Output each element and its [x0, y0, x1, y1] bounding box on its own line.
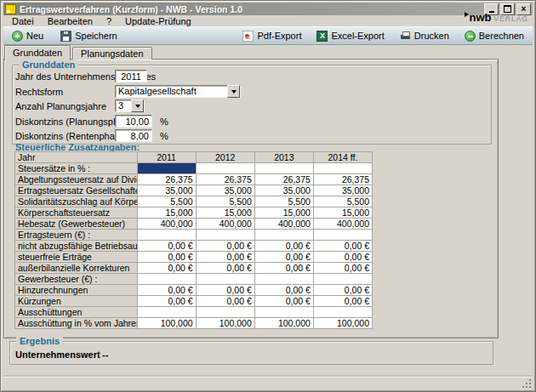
calculate-icon — [465, 31, 476, 42]
table-row-label: Ertragsteuersatz Gesellschafter — [15, 185, 138, 196]
table-cell[interactable] — [196, 307, 254, 318]
logo-triangle-icon — [465, 12, 469, 17]
table-header-cell: 2013 — [254, 152, 313, 163]
save-button[interactable]: Speichern — [57, 30, 121, 43]
table-cell[interactable]: 0,00 € — [254, 241, 313, 252]
table-cell[interactable]: 0,00 € — [254, 296, 313, 307]
table-cell[interactable]: 26,375 — [313, 174, 372, 185]
table-cell[interactable]: 100,000 — [196, 318, 254, 329]
status-bar — [3, 377, 533, 389]
chevron-down-icon[interactable] — [227, 85, 240, 98]
pdf-icon — [242, 31, 254, 42]
table-cell[interactable] — [313, 307, 372, 318]
table-cell[interactable]: 15,000 — [137, 207, 196, 219]
table-cell[interactable]: 35,000 — [313, 185, 372, 196]
table-cell[interactable]: 0,00 € — [254, 263, 313, 274]
table-cell[interactable] — [196, 230, 254, 241]
window-title: Ertragswertverfahren (Kurzform) - NWB - … — [20, 4, 242, 14]
new-button[interactable]: Neu — [9, 30, 47, 43]
new-icon — [12, 31, 23, 42]
table-cell[interactable] — [313, 163, 372, 174]
table-row-label: Solidaritätszuschlag auf Körperschaftste… — [15, 196, 138, 207]
excel-export-label: Excel-Export — [331, 31, 384, 41]
table-cell[interactable]: 0,00 € — [196, 252, 254, 263]
table-cell[interactable]: 0,00 € — [313, 285, 372, 296]
table-header-cell: Jahr — [15, 152, 138, 163]
table-cell[interactable] — [313, 230, 372, 241]
table-cell[interactable]: 5,500 — [313, 196, 372, 207]
table-cell[interactable]: 0,00 € — [137, 285, 196, 296]
chevron-down-icon[interactable] — [131, 99, 144, 112]
table-cell[interactable]: 100,000 — [137, 318, 196, 329]
pdf-export-button[interactable]: Pdf-Export — [239, 30, 305, 43]
table-row-label: außerbilanzielle Korrekturen — [15, 263, 138, 274]
diskontzins-planungsphase-input[interactable] — [115, 115, 152, 128]
table-cell[interactable]: 0,00 € — [313, 263, 372, 274]
unternehmenswert-value: -- — [102, 349, 108, 360]
table-cell-selected[interactable] — [137, 163, 196, 174]
table-row-label: Hinzurechnungen — [15, 285, 138, 296]
rechtsform-select[interactable]: Kapitalgesellschaft — [115, 85, 241, 98]
table-cell[interactable]: 0,00 € — [254, 252, 313, 263]
table-cell[interactable] — [137, 274, 196, 285]
table-cell[interactable] — [137, 307, 196, 318]
table-cell[interactable]: 0,00 € — [137, 252, 196, 263]
table-cell[interactable]: 0,00 € — [254, 285, 313, 296]
table-cell[interactable]: 0,00 € — [313, 252, 372, 263]
table-cell[interactable]: 0,00 € — [137, 241, 196, 252]
table-cell[interactable] — [254, 307, 313, 318]
table-cell[interactable]: 0,00 € — [137, 296, 196, 307]
table-cell[interactable]: 400,000 — [254, 219, 313, 230]
table-cell[interactable]: 35,000 — [254, 185, 313, 196]
table-row-label: Steuersätze in % : — [15, 163, 138, 174]
table-cell[interactable]: 100,000 — [254, 318, 313, 329]
table-row: Gewerbesteuer (€) : — [15, 274, 373, 285]
table-cell[interactable] — [313, 274, 372, 285]
table-cell[interactable] — [254, 163, 313, 174]
tab-planungsdaten[interactable]: Planungsdaten — [72, 47, 151, 60]
print-button[interactable]: Drucken — [396, 30, 453, 43]
table-cell[interactable] — [196, 274, 254, 285]
table-row: Ausschüttungen — [15, 307, 373, 318]
table-cell[interactable]: 5,500 — [254, 196, 313, 207]
calculate-button[interactable]: Berechnen — [461, 30, 527, 43]
table-cell[interactable] — [254, 274, 313, 285]
table-cell[interactable]: 0,00 € — [196, 263, 254, 274]
table-cell[interactable]: 400,000 — [137, 219, 196, 230]
table-cell[interactable]: 400,000 — [313, 219, 372, 230]
table-cell[interactable]: 26,375 — [137, 174, 196, 185]
table-cell[interactable]: 0,00 € — [196, 296, 254, 307]
table-cell[interactable]: 100,000 — [313, 318, 372, 329]
table-cell[interactable] — [137, 230, 196, 241]
table-cell[interactable]: 35,000 — [137, 185, 196, 196]
tab-grunddaten[interactable]: Grunddaten — [4, 45, 71, 60]
anzahl-planungsjahre-select[interactable]: 3 — [115, 99, 145, 112]
table-cell[interactable]: 5,500 — [137, 196, 196, 207]
table-cell[interactable] — [196, 163, 254, 174]
diskontzins-rentenphase-input[interactable] — [115, 129, 152, 142]
save-icon — [60, 31, 71, 42]
table-cell[interactable] — [254, 230, 313, 241]
table-cell[interactable]: 0,00 € — [196, 285, 254, 296]
table-cell[interactable]: 0,00 € — [137, 263, 196, 274]
jahr-verkauf-input[interactable] — [115, 70, 147, 82]
table-cell[interactable]: 0,00 € — [313, 296, 372, 307]
save-button-label: Speichern — [75, 31, 117, 41]
printer-icon — [400, 31, 411, 42]
table-cell[interactable]: 26,375 — [254, 174, 313, 185]
resize-grip-icon[interactable] — [522, 379, 531, 388]
table-cell[interactable]: 0,00 € — [313, 241, 372, 252]
diskontzins-rentenphase-label: Diskontzins (Rentenphase) — [15, 131, 128, 141]
table-cell[interactable]: 0,00 € — [196, 241, 254, 252]
rechtsform-label: Rechtsform — [15, 87, 63, 97]
table-cell[interactable]: 15,000 — [254, 207, 313, 219]
table-cell[interactable]: 5,500 — [196, 196, 254, 207]
table-cell[interactable]: 35,000 — [196, 185, 254, 196]
table-cell[interactable]: 15,000 — [313, 207, 372, 219]
table-cell[interactable]: 26,375 — [196, 174, 254, 185]
table-cell[interactable]: 15,000 — [196, 207, 254, 219]
table-cell[interactable]: 400,000 — [196, 219, 254, 230]
excel-export-button[interactable]: Excel-Export — [313, 30, 387, 43]
tab-strip: Grunddaten Planungsdaten — [4, 45, 154, 60]
anzahl-planungsjahre-label: Anzahl Planungsjahre — [15, 101, 106, 111]
